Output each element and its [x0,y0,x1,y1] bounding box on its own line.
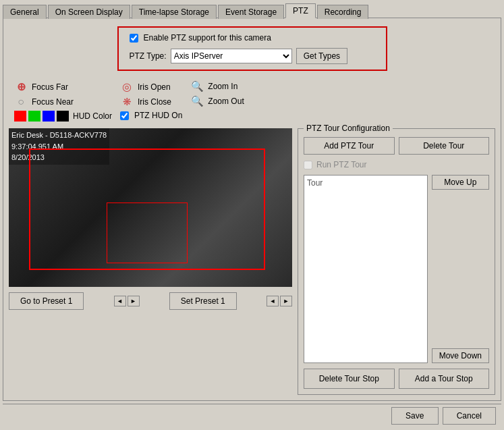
camera-name: Eric Desk - D5118-ACKV778 [11,130,107,141]
tour-stop-buttons: Delete Tour Stop Add a Tour Stop [304,369,489,389]
camera-section: Eric Desk - D5118-ACKV778 9:37:04.951 AM… [9,128,292,395]
ptz-type-row: PTZ Type: Axis IPServer Get Types [130,48,375,64]
add-ptz-tour-button[interactable]: Add PTZ Tour [304,137,395,155]
tour-section: PTZ Tour Configuration Add PTZ Tour Dele… [298,128,495,395]
add-tour-stop-button[interactable]: Add a Tour Stop [399,369,490,389]
tab-ptz[interactable]: PTZ [285,3,316,18]
focus-near-icon: ○ [14,96,28,108]
color-green [28,111,40,122]
goto-scroll-left[interactable]: ◄ [114,296,126,306]
ptz-hud-on-label: PTZ HUD On [134,111,182,120]
move-down-button[interactable]: Move Down [432,348,489,363]
tour-move-buttons: Move Up Move Down [432,175,489,363]
goto-preset-button[interactable]: Go to Preset 1 [9,292,84,310]
run-ptz-row: Run PTZ Tour [304,160,489,169]
color-black [57,111,69,122]
ptz-enable-label: Enable PTZ support for this camera [144,33,271,43]
preset-row: Go to Preset 1 ◄ ► Set Preset 1 ◄ ► [9,292,292,310]
run-ptz-label: Run PTZ Tour [316,160,366,169]
tour-groupbox: PTZ Tour Configuration Add PTZ Tour Dele… [298,128,495,395]
iris-controls: ◎ Iris Open ❋ Iris Close PTZ HUD On [120,80,182,122]
content-area: Eric Desk - D5118-ACKV778 9:37:04.951 AM… [9,128,495,395]
iris-open-label: Iris Open [138,82,171,92]
camera-preview: Eric Desk - D5118-ACKV778 9:37:04.951 AM… [9,128,292,287]
tab-on-screen-display[interactable]: On Screen Display [48,5,130,19]
controls-area: ⊕ Focus Far ○ Focus Near HUD Color [14,80,490,122]
zoom-out-item: 🔍 Zoom Out [190,95,244,107]
hud-color-label: HUD Color [73,111,112,121]
focus-near-item: ○ Focus Near [14,96,112,108]
ptz-enable-checkbox[interactable] [130,34,138,43]
ptz-hud-on-item: PTZ HUD On [120,111,182,120]
set-scroll-left[interactable]: ◄ [267,296,279,306]
iris-close-icon: ❋ [120,96,134,108]
move-up-button[interactable]: Move Up [432,175,489,190]
tour-list: Tour [304,175,428,363]
main-window: General On Screen Display Time-lapse Sto… [0,0,504,430]
delete-tour-button[interactable]: Delete Tour [399,137,490,155]
ptz-hud-on-checkbox[interactable] [120,111,129,120]
iris-close-label: Iris Close [138,97,171,107]
iris-close-item: ❋ Iris Close [120,96,182,108]
ptz-type-select[interactable]: Axis IPServer [171,49,292,63]
ptz-enable-box: Enable PTZ support for this camera PTZ T… [117,26,387,71]
zoom-in-item: 🔍 Zoom In [190,80,244,92]
tab-event-storage[interactable]: Event Storage [218,5,284,19]
focus-controls: ⊕ Focus Far ○ Focus Near HUD Color [14,80,112,122]
cancel-button[interactable]: Cancel [443,407,496,425]
run-ptz-checkbox[interactable] [304,161,312,169]
tour-list-area: Tour Move Up Move Down [304,175,489,363]
color-red [14,111,26,122]
tab-general[interactable]: General [3,5,47,19]
main-panel: Enable PTZ support for this camera PTZ T… [3,18,501,401]
delete-tour-stop-button[interactable]: Delete Tour Stop [304,369,395,389]
tab-recording[interactable]: Recording [317,5,369,19]
set-scroll-group: ◄ ► [267,296,292,306]
color-blue [43,111,55,122]
zoom-in-label: Zoom In [208,82,237,91]
zoom-in-icon: 🔍 [190,80,204,92]
zoom-controls: 🔍 Zoom In 🔍 Zoom Out [190,80,244,122]
camera-inner-box [107,203,188,263]
bottom-bar: Save Cancel [3,404,501,427]
get-types-button[interactable]: Get Types [296,48,347,64]
goto-preset-group: Go to Preset 1 [9,292,84,310]
zoom-out-label: Zoom Out [208,97,244,106]
hud-color-swatches [14,111,69,122]
hud-color-item: HUD Color [14,111,112,122]
set-preset-group: Set Preset 1 [169,292,237,310]
iris-open-icon: ◎ [120,80,134,93]
focus-far-label: Focus Far [32,82,68,92]
tab-bar: General On Screen Display Time-lapse Sto… [0,0,504,18]
focus-far-icon: ⊕ [14,80,28,93]
ptz-enable-row: Enable PTZ support for this camera [130,33,375,43]
tour-list-item: Tour [304,176,427,190]
set-scroll-right[interactable]: ► [280,296,292,306]
iris-open-item: ◎ Iris Open [120,80,182,93]
tab-timelapse-storage[interactable]: Time-lapse Storage [132,5,217,19]
focus-far-item: ⊕ Focus Far [14,80,112,93]
tour-top-buttons: Add PTZ Tour Delete Tour [304,137,489,155]
goto-scroll-right[interactable]: ► [128,296,140,306]
ptz-type-label: PTZ Type: [130,51,167,61]
focus-near-label: Focus Near [32,97,74,107]
tour-groupbox-title: PTZ Tour Configuration [304,124,393,133]
zoom-out-icon: 🔍 [190,95,204,107]
set-preset-button[interactable]: Set Preset 1 [169,292,237,310]
save-button[interactable]: Save [391,407,439,425]
goto-scroll-group: ◄ ► [114,296,140,306]
